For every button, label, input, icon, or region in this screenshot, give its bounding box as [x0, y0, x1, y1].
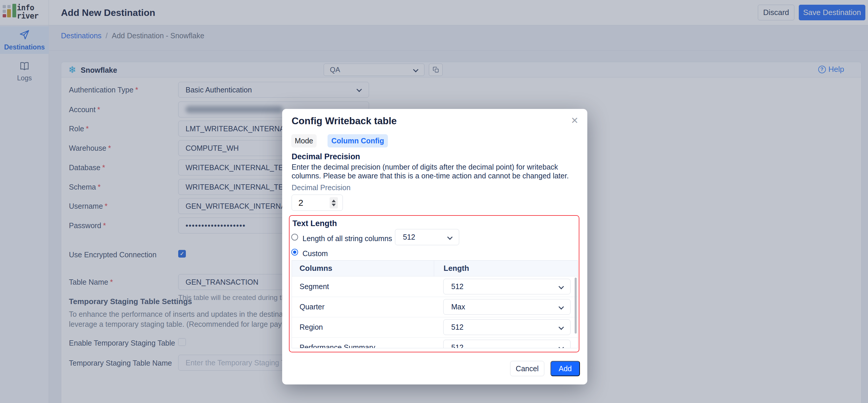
- decimal-precision-heading: Decimal Precision: [291, 152, 360, 161]
- chevron-down-icon: [558, 345, 564, 348]
- columns-length-table: Columns Length Segment 512 Quarter Max R…: [291, 260, 578, 348]
- length-select-performance-summary[interactable]: 512: [443, 340, 570, 348]
- table-body: Segment 512 Quarter Max Region 512 Perfo…: [292, 276, 578, 348]
- close-icon[interactable]: ✕: [571, 116, 579, 125]
- text-length-section: Text Length Length of all string columns…: [289, 215, 579, 352]
- decimal-precision-value: 2: [298, 195, 303, 210]
- table-header-columns: Columns: [292, 264, 434, 273]
- cancel-button[interactable]: Cancel: [510, 361, 544, 376]
- length-select-region[interactable]: 512: [443, 320, 570, 335]
- all-columns-radio-label: Length of all string columns: [303, 234, 392, 243]
- decimal-precision-label: Decimal Precision: [291, 183, 350, 192]
- table-header-row: Columns Length: [292, 261, 578, 276]
- chevron-down-icon: [558, 304, 564, 309]
- tab-column-config[interactable]: Column Config: [328, 134, 388, 147]
- table-scrollbar[interactable]: [575, 278, 577, 334]
- decimal-precision-input[interactable]: 2: [291, 195, 343, 211]
- table-row: Segment 512: [292, 276, 578, 297]
- stepper-up-icon[interactable]: [332, 200, 336, 202]
- add-button[interactable]: Add: [551, 361, 580, 376]
- all-columns-radio[interactable]: [291, 234, 298, 240]
- chevron-down-icon: [558, 284, 564, 289]
- length-select-segment[interactable]: 512: [443, 279, 570, 294]
- custom-radio-label: Custom: [303, 249, 328, 258]
- length-select-quarter[interactable]: Max: [443, 299, 570, 315]
- table-row: Region 512: [292, 317, 578, 337]
- all-columns-length-select[interactable]: 512: [395, 229, 459, 245]
- column-name: Quarter: [300, 297, 324, 317]
- custom-radio[interactable]: [291, 249, 298, 256]
- decimal-precision-description: Enter the decimal precision (number of d…: [291, 163, 582, 180]
- chevron-down-icon: [558, 325, 564, 330]
- column-name: Region: [300, 317, 323, 337]
- text-length-heading: Text Length: [292, 219, 337, 228]
- number-stepper[interactable]: [330, 197, 338, 208]
- tab-mode[interactable]: Mode: [291, 134, 317, 147]
- stepper-down-icon[interactable]: [332, 204, 336, 206]
- table-row: Quarter Max: [292, 297, 578, 317]
- all-columns-length-value: 512: [403, 233, 415, 241]
- table-row: Performance Summary 512: [292, 337, 578, 348]
- column-name: Performance Summary: [300, 337, 375, 348]
- chevron-down-icon: [447, 234, 453, 240]
- column-name: Segment: [300, 276, 329, 297]
- config-writeback-modal: Config Writeback table ✕ Mode Column Con…: [282, 109, 587, 384]
- modal-title: Config Writeback table: [291, 115, 397, 127]
- table-header-length: Length: [434, 261, 578, 276]
